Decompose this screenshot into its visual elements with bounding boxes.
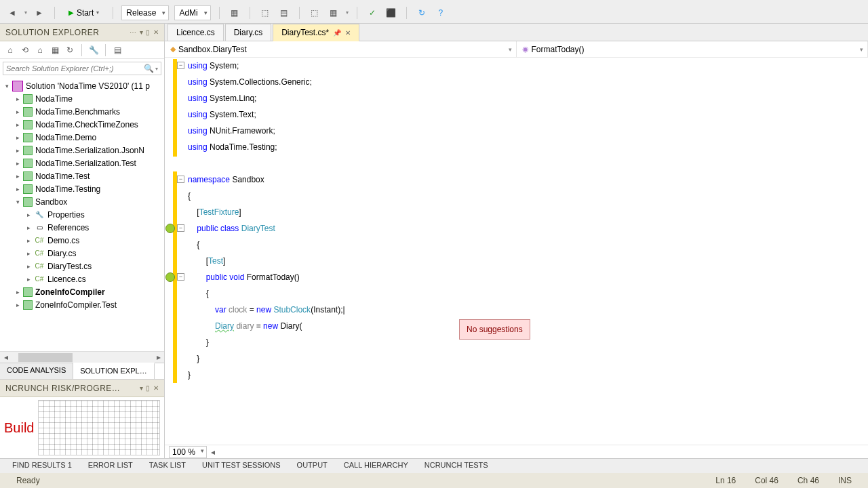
tree-node[interactable]: ▸NodaTime.Serialization.Test: [0, 157, 164, 169]
test-marker-icon[interactable]: [165, 272, 175, 282]
expand-icon[interactable]: ▸: [24, 250, 33, 257]
tool-icon[interactable]: ⬚: [308, 6, 321, 20]
start-button[interactable]: ▶ Start ▾: [63, 7, 104, 19]
expand-icon[interactable]: ▸: [14, 160, 22, 167]
fold-icon[interactable]: −: [177, 176, 184, 183]
tree-node[interactable]: ▸NodaTime.Serialization.JsonN: [0, 144, 164, 157]
tree-node[interactable]: ▸C#Licence.cs: [0, 272, 164, 285]
home-icon[interactable]: ⌂: [4, 44, 16, 56]
tool-icon[interactable]: ▦: [228, 6, 241, 20]
tree-node[interactable]: ▸C#Diary.cs: [0, 247, 164, 260]
search-input[interactable]: [6, 64, 144, 73]
project-icon: [23, 184, 33, 194]
expand-icon[interactable]: ▸: [14, 96, 22, 102]
tree-node[interactable]: ▸NodaTime: [0, 92, 164, 105]
pin-icon[interactable]: ▯: [146, 384, 151, 392]
expand-icon[interactable]: ▸: [24, 263, 33, 270]
dropdown-icon[interactable]: ▾: [140, 28, 144, 36]
output-tab[interactable]: OUTPUT: [289, 459, 336, 473]
tree-node[interactable]: ▸NodaTime.Benchmarks: [0, 105, 164, 118]
search-icon[interactable]: 🔍: [144, 64, 154, 73]
expand-icon[interactable]: ▾: [3, 83, 11, 89]
tool-icon[interactable]: ⬚: [258, 6, 272, 20]
output-tab[interactable]: CALL HIERARCHY: [336, 459, 416, 473]
tree-node[interactable]: ▸ZoneInfoCompiler: [0, 285, 164, 298]
output-tab[interactable]: TASK LIST: [141, 459, 194, 473]
tab-solution-explorer[interactable]: SOLUTION EXPL…: [73, 363, 154, 379]
scroll-thumb[interactable]: [18, 353, 73, 362]
pin-icon[interactable]: ▯: [146, 28, 151, 36]
fold-icon[interactable]: −: [177, 273, 184, 281]
scroll-right-icon[interactable]: ▸: [153, 352, 164, 363]
tree-node[interactable]: ▸ZoneInfoCompiler.Test: [0, 298, 164, 311]
expand-icon[interactable]: ▸: [14, 302, 22, 308]
tree-node[interactable]: ▸NodaTime.CheckTimeZones: [0, 118, 164, 131]
close-icon[interactable]: ✕: [345, 29, 351, 37]
expand-icon[interactable]: ▸: [14, 108, 22, 115]
tree-node[interactable]: ▸NodaTime.Demo: [0, 131, 164, 144]
expand-icon[interactable]: ▸: [14, 121, 22, 128]
output-tab[interactable]: ERROR LIST: [80, 459, 141, 473]
tree-node[interactable]: ▸🔧Properties: [0, 208, 164, 221]
document-tab[interactable]: DiaryTest.cs*📌✕: [273, 24, 359, 41]
tool-icon[interactable]: ⬛: [384, 6, 398, 20]
fold-icon[interactable]: −: [177, 224, 184, 232]
expand-icon[interactable]: ▾: [14, 199, 22, 205]
tool-icon[interactable]: ▦: [327, 6, 340, 20]
tool-icon[interactable]: ✓: [366, 6, 379, 20]
pin-icon[interactable]: 📌: [333, 29, 341, 37]
tree-node[interactable]: ▾Sandbox: [0, 195, 164, 208]
panel-menu-icon[interactable]: ⋯: [130, 28, 137, 36]
expand-icon[interactable]: ▸: [24, 276, 33, 283]
nav-back-icon[interactable]: ◄: [5, 6, 19, 20]
close-icon[interactable]: ✕: [153, 384, 159, 392]
tree-node[interactable]: ▸▭References: [0, 221, 164, 234]
zoom-dropdown[interactable]: 100 %: [169, 446, 207, 458]
expand-icon[interactable]: ▸: [24, 211, 33, 218]
solution-search[interactable]: 🔍 ▾: [3, 62, 161, 75]
nav-fwd-icon[interactable]: ►: [33, 6, 46, 20]
output-tab[interactable]: FIND RESULTS 1: [4, 459, 80, 473]
solution-tree[interactable]: ▾Solution 'NodaTime VS2010' (11 p▸NodaTi…: [0, 78, 164, 351]
show-all-icon[interactable]: ▦: [49, 44, 61, 56]
platform-dropdown[interactable]: AdMi: [174, 5, 210, 20]
test-marker-icon[interactable]: [165, 224, 175, 233]
home2-icon[interactable]: ⌂: [34, 44, 46, 56]
tool-icon[interactable]: ▤: [277, 6, 291, 20]
expand-icon[interactable]: ▸: [24, 224, 33, 231]
member-dropdown[interactable]: ◉ FormatToday(): [517, 41, 869, 57]
class-dropdown[interactable]: ◆ Sandbox.DiaryTest: [165, 41, 517, 57]
refresh-icon[interactable]: ↻: [64, 44, 76, 56]
fold-icon[interactable]: −: [177, 62, 184, 69]
zoom-bar: 100 % ◂: [165, 445, 868, 458]
horizontal-scrollbar[interactable]: ◂ ▸: [0, 351, 164, 363]
tree-node[interactable]: ▸C#DiaryTest.cs: [0, 260, 164, 272]
tool-icon[interactable]: ↻: [415, 6, 429, 20]
expand-icon[interactable]: ▸: [14, 173, 22, 180]
tree-node[interactable]: ▾Solution 'NodaTime VS2010' (11 p: [0, 79, 164, 92]
expand-icon[interactable]: ▸: [24, 237, 33, 244]
tree-label: NodaTime.Serialization.JsonN: [34, 146, 144, 155]
help-icon[interactable]: ?: [434, 6, 448, 20]
document-tab[interactable]: Diary.cs: [225, 24, 271, 41]
sync-icon[interactable]: ⟲: [19, 44, 31, 56]
tree-node[interactable]: ▸NodaTime.Test: [0, 169, 164, 182]
tab-code-analysis[interactable]: CODE ANALYSIS: [0, 363, 73, 379]
scroll-left-icon[interactable]: ◂: [211, 447, 215, 457]
expand-icon[interactable]: ▸: [14, 147, 22, 154]
properties-icon[interactable]: 🔧: [87, 44, 100, 56]
tree-node[interactable]: ▸NodaTime.Testing: [0, 182, 164, 195]
close-icon[interactable]: ✕: [153, 28, 159, 36]
expand-icon[interactable]: ▸: [14, 134, 22, 141]
config-dropdown[interactable]: Release: [121, 5, 169, 20]
collapse-icon[interactable]: ▤: [111, 44, 123, 56]
output-tab[interactable]: UNIT TEST SESSIONS: [194, 459, 289, 473]
dropdown-icon[interactable]: ▾: [140, 384, 144, 392]
expand-icon[interactable]: ▸: [14, 289, 22, 296]
document-tab[interactable]: Licence.cs: [167, 24, 224, 41]
code-editor[interactable]: − − − − using System;using System.Collec…: [165, 58, 868, 445]
output-tab[interactable]: NCRUNCH TESTS: [416, 459, 496, 473]
scroll-left-icon[interactable]: ◂: [0, 352, 12, 363]
expand-icon[interactable]: ▸: [14, 186, 22, 192]
tree-node[interactable]: ▸C#Demo.cs: [0, 234, 164, 247]
